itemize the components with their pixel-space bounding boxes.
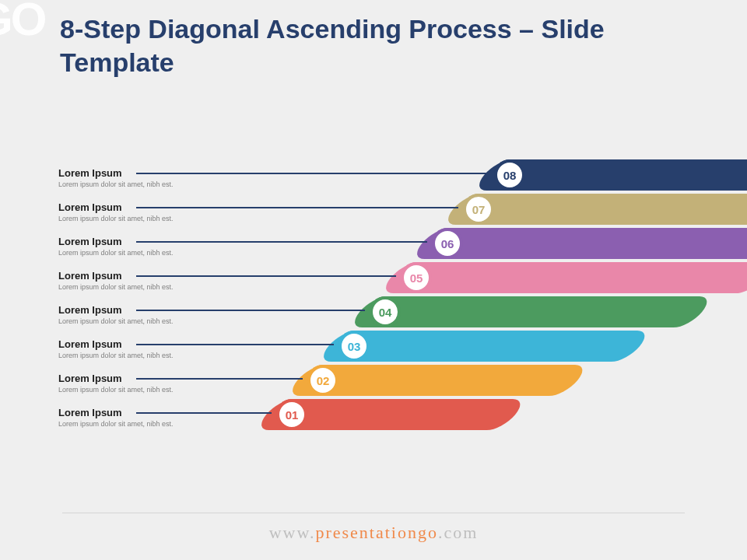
step-label-05: Lorem Ipsum bbox=[58, 270, 122, 282]
footer-prefix: www. bbox=[269, 523, 316, 542]
footer-brand: presentationgo bbox=[315, 523, 438, 542]
step-number-08: 08 bbox=[494, 159, 525, 191]
step-label-08: Lorem Ipsum bbox=[58, 167, 122, 179]
step-bar-05 bbox=[377, 262, 747, 293]
slide-title: 8-Step Diagonal Ascending Process – Slid… bbox=[60, 12, 682, 79]
step-number-04: 04 bbox=[370, 296, 401, 327]
step-number-06: 06 bbox=[432, 228, 463, 259]
step-sublabel-04: Lorem ipsum dolor sit amet, nibh est. bbox=[58, 317, 174, 325]
step-rule-05 bbox=[136, 275, 396, 277]
step-number-02: 02 bbox=[307, 365, 338, 396]
logo-fragment: GO bbox=[0, 0, 44, 46]
step-rule-07 bbox=[136, 207, 458, 208]
step-label-04: Lorem Ipsum bbox=[58, 304, 122, 316]
step-label-03: Lorem Ipsum bbox=[58, 338, 122, 350]
footer-divider bbox=[62, 513, 685, 513]
step-label-07: Lorem Ipsum bbox=[58, 201, 122, 213]
step-sublabel-08: Lorem ipsum dolor sit amet, nibh est. bbox=[58, 180, 174, 188]
step-sublabel-06: Lorem ipsum dolor sit amet, nibh est. bbox=[58, 249, 174, 257]
step-sublabel-05: Lorem ipsum dolor sit amet, nibh est. bbox=[58, 283, 174, 291]
step-rule-04 bbox=[136, 310, 365, 311]
step-sublabel-07: Lorem ipsum dolor sit amet, nibh est. bbox=[58, 215, 174, 222]
step-number-05: 05 bbox=[401, 262, 432, 293]
step-rule-08 bbox=[136, 173, 489, 174]
footer-url: www.presentationgo.com bbox=[0, 523, 747, 543]
step-row-01: 01Lorem IpsumLorem ipsum dolor sit amet,… bbox=[58, 415, 704, 449]
diagram-container: 08Lorem IpsumLorem ipsum dolor sit amet,… bbox=[58, 171, 704, 467]
step-number-03: 03 bbox=[338, 331, 370, 362]
footer-suffix: .com bbox=[438, 523, 478, 542]
step-bar-04 bbox=[346, 296, 715, 327]
step-sublabel-02: Lorem ipsum dolor sit amet, nibh est. bbox=[58, 386, 174, 394]
step-rule-03 bbox=[136, 344, 334, 345]
step-sublabel-03: Lorem ipsum dolor sit amet, nibh est. bbox=[58, 352, 174, 359]
step-label-02: Lorem Ipsum bbox=[58, 373, 122, 384]
step-number-01: 01 bbox=[276, 399, 307, 430]
step-number-07: 07 bbox=[463, 194, 494, 225]
step-label-01: Lorem Ipsum bbox=[58, 407, 122, 418]
step-rule-02 bbox=[136, 378, 303, 380]
step-rule-01 bbox=[136, 412, 272, 414]
step-sublabel-01: Lorem ipsum dolor sit amet, nibh est. bbox=[58, 420, 174, 428]
step-rule-06 bbox=[136, 241, 427, 243]
step-label-06: Lorem Ipsum bbox=[58, 236, 122, 247]
